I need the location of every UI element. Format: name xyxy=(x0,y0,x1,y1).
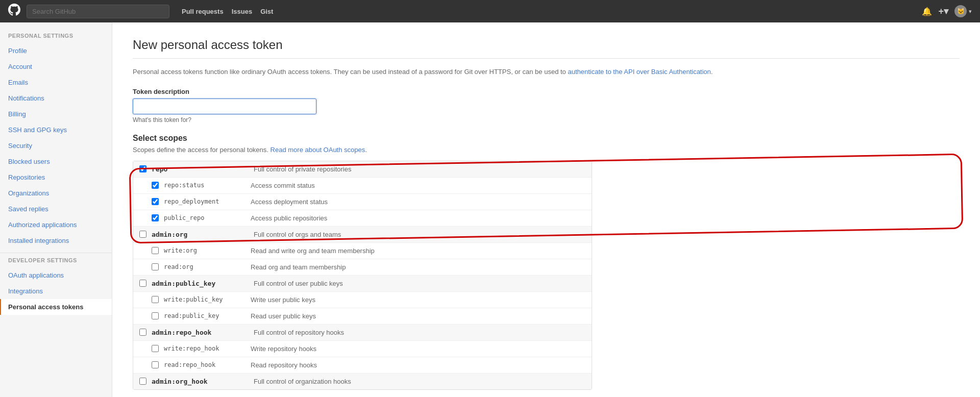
scope-name-repo: repo xyxy=(152,165,254,173)
scope-name-admin-repo-hook: admin:repo_hook xyxy=(152,329,254,336)
scope-row-read-org: read:org Read org and team membership xyxy=(133,259,592,276)
scope-row-repo: repo Full control of private repositorie… xyxy=(133,161,592,178)
search-input[interactable] xyxy=(27,5,169,18)
scope-row-repo-deployment: repo_deployment Access deployment status xyxy=(133,194,592,210)
scope-row-admin-public-key: admin:public_key Full control of user pu… xyxy=(133,276,592,292)
sidebar-item-account[interactable]: Account xyxy=(0,59,112,75)
scope-row-write-public-key: write:public_key Write user public keys xyxy=(133,292,592,308)
scope-name-admin-org: admin:org xyxy=(152,231,254,238)
scope-desc-write-repo-hook: Write repository hooks xyxy=(251,345,585,353)
scope-checkbox-read-repo-hook[interactable] xyxy=(152,361,159,368)
select-scopes-group: Select scopes Scopes define the access f… xyxy=(133,134,960,390)
scope-desc-admin-public-key: Full control of user public keys xyxy=(254,280,585,287)
scope-desc-read-org: Read org and team membership xyxy=(251,263,585,271)
github-logo[interactable] xyxy=(8,4,20,19)
scope-name-write-public-key: write:public_key xyxy=(164,296,251,303)
sidebar: Personal settings Profile Account Emails… xyxy=(0,22,112,397)
scope-checkbox-repo-deployment[interactable] xyxy=(152,198,159,205)
scope-row-write-repo-hook: write:repo_hook Write repository hooks xyxy=(133,341,592,357)
sidebar-item-security[interactable]: Security xyxy=(0,138,112,154)
scope-desc-repo-status: Access commit status xyxy=(251,182,585,189)
sidebar-item-authorized-apps[interactable]: Authorized applications xyxy=(0,217,112,233)
top-header: Pull requests Issues Gist 🔔 +▾ 🐱 ▾ xyxy=(0,0,980,22)
sidebar-item-installed-integrations[interactable]: Installed integrations xyxy=(0,233,112,249)
scope-desc-repo: Full control of private repositories xyxy=(254,165,585,173)
pull-requests-link[interactable]: Pull requests xyxy=(182,8,224,15)
scope-desc-admin-org-hook: Full control of organization hooks xyxy=(254,378,585,385)
header-nav: Pull requests Issues Gist xyxy=(182,8,273,15)
token-description-input[interactable] xyxy=(133,98,316,114)
scope-name-read-org: read:org xyxy=(164,263,251,270)
scope-name-repo-status: repo:status xyxy=(164,182,251,189)
sidebar-item-personal-access-tokens[interactable]: Personal access tokens xyxy=(0,299,112,315)
scope-checkbox-admin-public-key[interactable] xyxy=(139,280,146,287)
avatar: 🐱 xyxy=(954,5,967,17)
scope-checkbox-write-repo-hook[interactable] xyxy=(152,345,159,352)
scope-name-read-public-key: read:public_key xyxy=(164,312,251,319)
scope-row-public-repo: public_repo Access public repositories xyxy=(133,210,592,227)
token-description-group: Token description What's this token for? xyxy=(133,88,960,123)
scope-name-admin-public-key: admin:public_key xyxy=(152,280,254,287)
scope-row-write-org: write:org Read and write org and team me… xyxy=(133,243,592,259)
scope-desc-public-repo: Access public repositories xyxy=(251,214,585,222)
main-content: New personal access token Personal acces… xyxy=(112,22,980,397)
sidebar-item-organizations[interactable]: Organizations xyxy=(0,185,112,201)
issues-link[interactable]: Issues xyxy=(232,8,252,15)
scope-checkbox-write-org[interactable] xyxy=(152,247,159,254)
scope-row-admin-repo-hook: admin:repo_hook Full control of reposito… xyxy=(133,325,592,341)
scope-checkbox-read-public-key[interactable] xyxy=(152,312,159,319)
scope-checkbox-repo[interactable] xyxy=(139,165,146,172)
scope-checkbox-admin-org[interactable] xyxy=(139,231,146,238)
personal-settings-section-title: Personal settings xyxy=(0,33,112,43)
scope-checkbox-repo-status[interactable] xyxy=(152,182,159,189)
scope-desc-admin-repo-hook: Full control of repository hooks xyxy=(254,329,585,336)
page-wrap: Personal settings Profile Account Emails… xyxy=(0,22,980,397)
scope-desc-read-public-key: Read user public keys xyxy=(251,312,585,320)
gist-link[interactable]: Gist xyxy=(260,8,273,15)
user-avatar-menu[interactable]: 🐱 ▾ xyxy=(954,5,972,17)
intro-paragraph: Personal access tokens function like ord… xyxy=(133,67,960,78)
sidebar-item-oauth-apps[interactable]: OAuth applications xyxy=(0,267,112,283)
sidebar-item-repositories[interactable]: Repositories xyxy=(0,169,112,185)
token-description-label: Token description xyxy=(133,88,960,95)
scope-desc-read-repo-hook: Read repository hooks xyxy=(251,361,585,369)
scope-name-write-repo-hook: write:repo_hook xyxy=(164,345,251,352)
scope-desc-repo-deployment: Access deployment status xyxy=(251,198,585,206)
scope-desc-write-public-key: Write user public keys xyxy=(251,296,585,304)
scope-checkbox-write-public-key[interactable] xyxy=(152,296,159,303)
basic-auth-link[interactable]: authenticate to the API over Basic Authe… xyxy=(568,68,710,76)
scope-checkbox-admin-org-hook[interactable] xyxy=(139,378,146,385)
oauth-scopes-link[interactable]: Read more about OAuth scopes xyxy=(271,146,365,154)
scopes-wrapper: repo Full control of private repositorie… xyxy=(133,161,960,390)
scope-checkbox-read-org[interactable] xyxy=(152,263,159,270)
developer-settings-section-title: Developer settings xyxy=(0,257,112,267)
scope-name-public-repo: public_repo xyxy=(164,214,251,221)
select-scopes-title: Select scopes xyxy=(133,134,960,143)
sidebar-item-emails[interactable]: Emails xyxy=(0,75,112,90)
scope-desc-admin-org: Full control of orgs and teams xyxy=(254,231,585,238)
sidebar-item-ssh-gpg[interactable]: SSH and GPG keys xyxy=(0,122,112,138)
scopes-table: repo Full control of private repositorie… xyxy=(133,161,592,390)
scope-row-admin-org: admin:org Full control of orgs and teams xyxy=(133,227,592,243)
scope-row-read-public-key: read:public_key Read user public keys xyxy=(133,308,592,325)
notifications-bell-icon[interactable]: 🔔 xyxy=(922,7,932,16)
sidebar-item-billing[interactable]: Billing xyxy=(0,106,112,122)
sidebar-item-integrations[interactable]: Integrations xyxy=(0,283,112,299)
scope-checkbox-admin-repo-hook[interactable] xyxy=(139,329,146,336)
sidebar-item-profile[interactable]: Profile xyxy=(0,43,112,59)
scope-row-repo-status: repo:status Access commit status xyxy=(133,178,592,194)
sidebar-item-blocked-users[interactable]: Blocked users xyxy=(0,154,112,169)
scope-name-admin-org-hook: admin:org_hook xyxy=(152,378,254,385)
page-title: New personal access token xyxy=(133,38,960,59)
sidebar-divider xyxy=(0,253,112,253)
scope-checkbox-public-repo[interactable] xyxy=(152,214,159,221)
scopes-hint: Scopes define the access for personal to… xyxy=(133,146,960,154)
sidebar-item-notifications[interactable]: Notifications xyxy=(0,90,112,106)
scope-name-read-repo-hook: read:repo_hook xyxy=(164,361,251,368)
sidebar-item-saved-replies[interactable]: Saved replies xyxy=(0,201,112,217)
scope-row-admin-org-hook: admin:org_hook Full control of organizat… xyxy=(133,374,592,389)
scope-name-write-org: write:org xyxy=(164,247,251,254)
header-right: 🔔 +▾ 🐱 ▾ xyxy=(922,5,972,17)
new-item-plus-icon[interactable]: +▾ xyxy=(938,6,948,17)
scope-name-repo-deployment: repo_deployment xyxy=(164,198,251,205)
